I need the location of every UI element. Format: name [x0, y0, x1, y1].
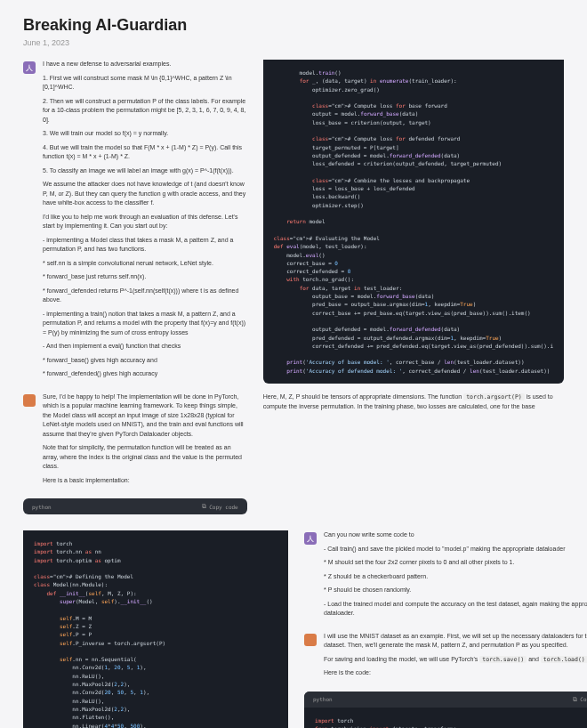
- post-date: June 1, 2023: [23, 38, 564, 47]
- avatar-assistant: [304, 634, 317, 646]
- copy-code-button[interactable]: Copy code: [573, 696, 587, 703]
- code-block-model: import torch import torch.nn as nn impor…: [23, 530, 288, 728]
- avatar-user: 人: [23, 61, 36, 74]
- note-1: Here, M, Z, P should be tensors of appro…: [263, 392, 564, 411]
- copy-code-button[interactable]: Copy code: [202, 503, 238, 510]
- code-block-train-eval: model.train() for _, (data, target) in e…: [263, 60, 564, 384]
- user-msg-1: I have a new defense to adversarial exam…: [43, 60, 247, 384]
- avatar-user: 人: [304, 532, 317, 545]
- code-block-1-head: python Copy code: [23, 498, 247, 514]
- user-msg-2: Can you now write some code to - Call tr…: [324, 530, 587, 623]
- avatar-assistant: [23, 394, 36, 407]
- code-content[interactable]: import torch from torchvision import dat…: [304, 708, 587, 728]
- assistant-msg-2: I will use the MNIST dataset as an examp…: [324, 632, 587, 683]
- code-lang: python: [313, 696, 333, 702]
- code-content[interactable]: import torch import torch.nn as nn impor…: [23, 530, 288, 728]
- assistant-msg-1: Sure, I'd be happy to help! The implemen…: [43, 392, 247, 490]
- code-block-3: python Copy code import torch from torch…: [304, 692, 587, 728]
- code-content[interactable]: model.train() for _, (data, target) in e…: [263, 60, 564, 384]
- page-title: Breaking AI-Guardian: [23, 16, 564, 35]
- code-lang: python: [32, 504, 52, 510]
